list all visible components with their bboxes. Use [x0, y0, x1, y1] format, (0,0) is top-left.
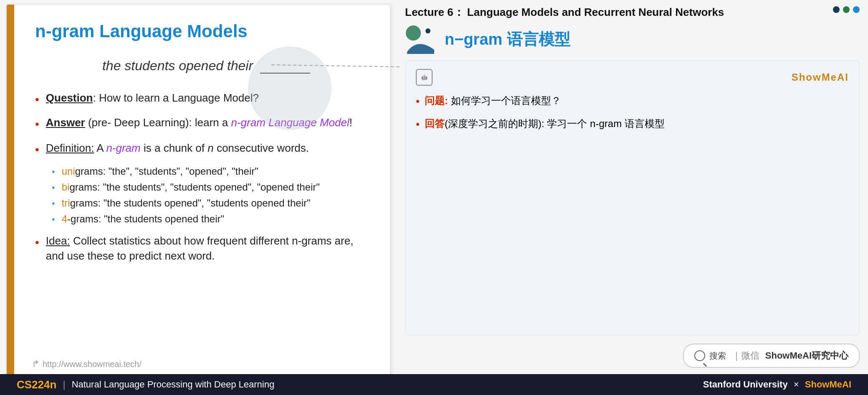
sub-bullet-4grams: • 4-grams: "the students opened their": [52, 213, 369, 225]
sub-dot-3: •: [52, 198, 55, 209]
sub-bullets: • unigrams: "the", "students", "opened",…: [52, 166, 369, 225]
question-text: : How to learn a Language Model?: [93, 92, 259, 104]
card-answer-text: 学习一个 n-gram 语言模型: [547, 118, 664, 129]
answer-text-before: (pre- Deep Learning): learn a: [85, 116, 231, 129]
svg-point-0: [406, 25, 421, 41]
card-dot-1: •: [416, 93, 420, 110]
circle-decoration: [248, 46, 332, 130]
search-text: 搜索: [709, 350, 726, 362]
question-label: Question: [46, 92, 93, 104]
card-bullet-question: • 问题: 如何学习一个语言模型？: [416, 93, 849, 110]
sub-dot-2: •: [52, 182, 55, 193]
bullet-idea: • Idea: Collect statistics about how fre…: [35, 233, 369, 264]
lecture-title: Lecture 6： Language Models and Recurrent…: [405, 4, 833, 20]
lecture-title-area: Lecture 6： Language Models and Recurrent…: [405, 4, 833, 20]
dot-green: [843, 6, 850, 13]
right-panel: Lecture 6： Language Models and Recurrent…: [397, 0, 868, 374]
idea-label: Idea:: [46, 234, 70, 247]
slide-accent-bar: [7, 5, 14, 378]
answer-label: Answer: [46, 116, 85, 129]
sub-bullet-unigrams: • unigrams: "the", "students", "opened",…: [52, 166, 369, 177]
bullet-dot-idea: •: [35, 234, 39, 250]
showmeai-card: 🤖 ShowMeAI • 问题: 如何学习一个语言模型？ • 回答(深度学习之前…: [405, 60, 860, 335]
ngram-header-row: n−gram 语言模型: [405, 25, 860, 54]
dot-blue: [853, 6, 860, 13]
footer-x: ×: [794, 379, 799, 390]
search-brand: ShowMeAI研究中心: [765, 349, 848, 362]
right-panel-header: Lecture 6： Language Models and Recurrent…: [405, 4, 860, 20]
search-icon: [694, 350, 705, 361]
footer-divider: |: [63, 379, 65, 390]
sub-dot-1: •: [52, 166, 55, 177]
right-header: Lecture 6： Language Models and Recurrent…: [405, 4, 860, 54]
bullet-section-idea: • Idea: Collect statistics about how fre…: [35, 233, 369, 264]
card-answer-label: 回答: [425, 118, 445, 129]
cursor-icon: ↱: [32, 359, 39, 370]
card-dot-2: •: [416, 116, 420, 133]
card-question-text: 如何学习一个语言模型？: [451, 95, 561, 106]
ai-badge-text: 🤖: [421, 74, 428, 80]
bullet-dot-definition: •: [35, 141, 39, 158]
bullet-dot-question: •: [35, 91, 39, 107]
search-divider: ｜微信: [732, 349, 759, 362]
definition-label: Definition:: [46, 142, 94, 154]
svg-point-1: [425, 28, 430, 33]
n-italic: n: [208, 142, 213, 154]
footer-cs-label: CS224n: [17, 378, 56, 391]
ngram-title: n−gram 语言模型: [445, 29, 570, 50]
card-bullet-answer: • 回答(深度学习之前的时期): 学习一个 n-gram 语言模型: [416, 116, 849, 133]
card-question-label: 问题:: [425, 95, 448, 106]
search-area: 搜索 ｜微信 ShowMeAI研究中心: [405, 341, 860, 370]
footer-bar: CS224n | Natural Language Processing wit…: [0, 374, 868, 395]
sub-dot-4: •: [52, 214, 55, 225]
ngram-italic: n-gram: [106, 142, 140, 154]
bullet-definition: • Definition: A n-gram is a chunk of n c…: [35, 140, 369, 158]
ai-badge: 🤖: [416, 69, 433, 86]
stanford-university: Stanford University: [703, 379, 788, 390]
idea-text: Collect statistics about how frequent di…: [46, 234, 354, 262]
footer-brand: ShowMeAI: [805, 379, 851, 390]
footer-course-title: Natural Language Processing with Deep Le…: [72, 379, 275, 390]
slide-footer: ↱ http://www.showmeai.tech/: [32, 359, 142, 370]
footer-url: http://www.showmeai.tech/: [43, 359, 142, 369]
footer-right: Stanford University × ShowMeAI: [703, 379, 851, 390]
dot-dark: [833, 6, 840, 13]
sub-bullet-trigrams: • trigrams: "the students opened", "stud…: [52, 197, 369, 209]
bullet-dot-answer: •: [35, 116, 39, 132]
footer-left: CS224n | Natural Language Processing wit…: [17, 378, 274, 391]
slide-panel: n-gram Language Models the students open…: [6, 4, 390, 378]
showmeai-brand: ShowMeAI: [792, 71, 849, 83]
search-bar[interactable]: 搜索 ｜微信 ShowMeAI研究中心: [683, 344, 860, 368]
slide-title: n-gram Language Models: [35, 21, 369, 41]
showmeai-card-header: 🤖 ShowMeAI: [416, 69, 849, 86]
dots-row: [833, 6, 860, 13]
bullet-section-definition: • Definition: A n-gram is a chunk of n c…: [35, 140, 369, 224]
card-answer-parens: (深度学习之前的时期):: [445, 118, 544, 129]
header-dots: [833, 4, 860, 13]
ngram-icon: [405, 25, 438, 54]
sub-bullet-bigrams: • bigrams: "the students", "students ope…: [52, 181, 369, 193]
